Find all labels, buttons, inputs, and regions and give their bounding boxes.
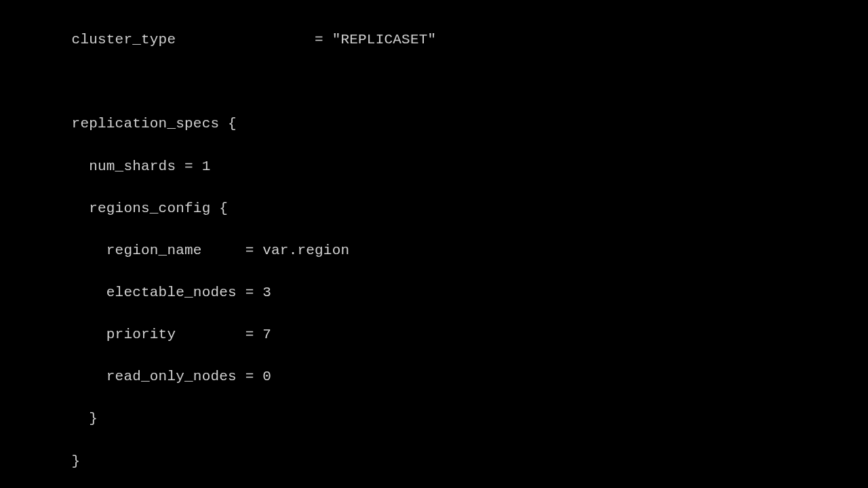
code-line: region_name = var.region [54, 240, 868, 261]
code-line: regions_config { [54, 198, 868, 219]
code-line: priority = 7 [54, 324, 868, 345]
code-line: cluster_type = "REPLICASET" [54, 29, 868, 50]
code-editor[interactable]: cluster_type = "REPLICASET" replication_… [0, 0, 868, 488]
code-line: } [54, 408, 868, 429]
code-line [54, 71, 868, 92]
code-line: replication_specs { [54, 113, 868, 134]
code-line: num_shards = 1 [54, 156, 868, 177]
code-line: read_only_nodes = 0 [54, 366, 868, 387]
code-line: electable_nodes = 3 [54, 282, 868, 303]
code-line: } [54, 451, 868, 472]
